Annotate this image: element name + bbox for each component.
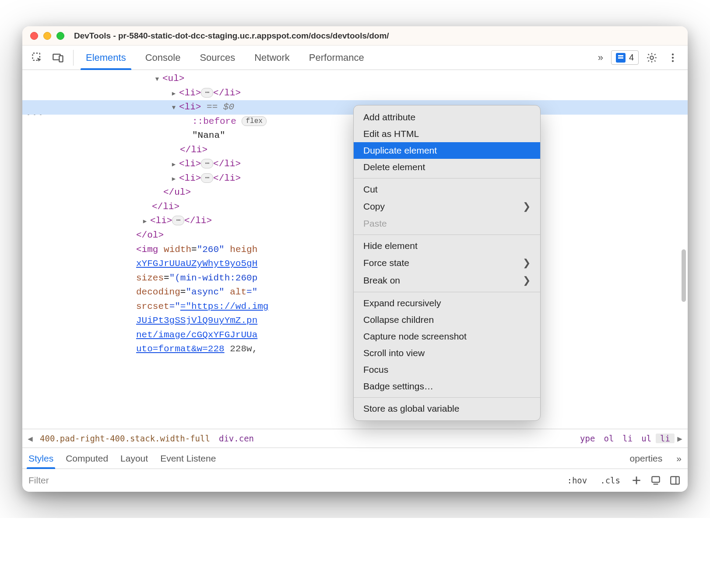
issues-badge[interactable]: 4 xyxy=(611,50,639,65)
issues-count: 4 xyxy=(629,52,634,63)
subtab-properties[interactable]: operties xyxy=(630,448,663,469)
breadcrumb-segment[interactable]: ul xyxy=(637,434,656,443)
settings-gear-icon[interactable] xyxy=(644,50,660,66)
ctx-copy[interactable]: Copy❯ xyxy=(354,198,540,215)
tab-elements[interactable]: Elements xyxy=(76,46,136,70)
devtools-window: DevTools - pr-5840-static-dot-dcc-stagin… xyxy=(22,26,688,492)
ctx-separator xyxy=(354,292,540,292)
svg-point-4 xyxy=(672,53,674,55)
ctx-hide-element[interactable]: Hide element xyxy=(354,238,540,254)
svg-point-3 xyxy=(650,56,654,60)
subtab-layout[interactable]: Layout xyxy=(120,448,148,469)
hov-toggle[interactable]: :hov xyxy=(563,474,590,487)
tab-network[interactable]: Network xyxy=(245,46,299,70)
styles-filter-bar: :hov .cls xyxy=(22,469,688,492)
dom-breadcrumb: ◀ 400.pad-right-400.stack.width-full div… xyxy=(22,429,688,448)
ellipsis-badge[interactable]: ⋯ xyxy=(172,216,184,225)
dom-node[interactable]: </li> xyxy=(180,145,207,155)
ctx-scroll-into-view[interactable]: Scroll into view xyxy=(354,345,540,361)
text-node[interactable]: "Nana" xyxy=(192,130,225,140)
tab-sources[interactable]: Sources xyxy=(190,46,245,70)
device-toolbar-icon[interactable] xyxy=(50,50,66,66)
dom-node[interactable]: </li> xyxy=(152,202,179,212)
new-style-rule-icon[interactable] xyxy=(630,474,643,487)
ctx-separator xyxy=(354,397,540,398)
ctx-store-global[interactable]: Store as global variable xyxy=(354,400,540,417)
window-title: DevTools - pr-5840-static-dot-dcc-stagin… xyxy=(74,31,389,41)
zoom-window-button[interactable] xyxy=(56,32,64,40)
chevron-right-icon: ❯ xyxy=(523,201,531,212)
chevron-right-icon: ❯ xyxy=(523,257,531,269)
cls-toggle[interactable]: .cls xyxy=(597,474,624,487)
ctx-duplicate-element[interactable]: Duplicate element xyxy=(354,142,540,159)
ctx-separator xyxy=(354,234,540,235)
breadcrumb-segment[interactable]: ype xyxy=(576,434,599,443)
flex-badge[interactable]: flex xyxy=(242,116,266,126)
svg-rect-2 xyxy=(59,56,63,62)
tab-performance[interactable]: Performance xyxy=(299,46,374,70)
titlebar: DevTools - pr-5840-static-dot-dcc-stagin… xyxy=(22,26,688,46)
chevron-right-icon: ❯ xyxy=(523,275,531,286)
toggle-sidebar-icon[interactable] xyxy=(668,474,682,487)
ctx-paste: Paste xyxy=(354,215,540,232)
pseudo-before[interactable]: ::before xyxy=(192,116,236,126)
breadcrumb-segment[interactable]: 400.pad-right-400.stack.width-full xyxy=(35,434,214,443)
context-menu: Add attribute Edit as HTML Duplicate ele… xyxy=(353,105,541,421)
issues-icon xyxy=(616,53,626,63)
computed-styles-icon[interactable] xyxy=(649,474,662,487)
breadcrumb-right-arrow-icon[interactable]: ▶ xyxy=(675,434,685,443)
dom-node[interactable]: </ul> xyxy=(163,187,191,197)
inspect-element-icon[interactable] xyxy=(29,50,45,66)
ellipsis-badge[interactable]: ⋯ xyxy=(201,159,213,168)
ctx-badge-settings[interactable]: Badge settings… xyxy=(354,378,540,395)
breadcrumb-segment[interactable]: ol xyxy=(599,434,618,443)
more-options-icon[interactable] xyxy=(665,50,681,66)
subtabs-overflow-icon[interactable]: » xyxy=(676,453,682,464)
ctx-add-attribute[interactable]: Add attribute xyxy=(354,109,540,126)
ctx-edit-as-html[interactable]: Edit as HTML xyxy=(354,126,540,142)
ctx-delete-element[interactable]: Delete element xyxy=(354,159,540,175)
styles-filter-input[interactable] xyxy=(28,475,557,486)
dom-node[interactable]: </ol> xyxy=(136,230,164,240)
traffic-lights xyxy=(30,32,64,40)
dom-node-selected[interactable]: <li> xyxy=(179,102,201,112)
ellipsis-badge[interactable]: ⋯ xyxy=(201,173,213,183)
main-toolbar: Elements Console Sources Network Perform… xyxy=(22,46,688,70)
ctx-collapse-children[interactable]: Collapse children xyxy=(354,312,540,328)
breadcrumb-segment[interactable]: div.cen xyxy=(214,434,258,443)
subtab-styles[interactable]: Styles xyxy=(28,448,53,469)
svg-rect-7 xyxy=(652,476,659,482)
subtab-event-listeners[interactable]: Event Listene xyxy=(160,448,216,469)
minimize-window-button[interactable] xyxy=(43,32,51,40)
styles-subtabs: Styles Computed Layout Event Listene ope… xyxy=(22,448,688,469)
svg-rect-8 xyxy=(671,476,679,484)
ctx-force-state[interactable]: Force state❯ xyxy=(354,254,540,272)
ctx-separator xyxy=(354,178,540,178)
breadcrumb-segment-current[interactable]: li xyxy=(656,434,675,443)
ctx-focus[interactable]: Focus xyxy=(354,361,540,378)
ctx-cut[interactable]: Cut xyxy=(354,181,540,198)
svg-point-6 xyxy=(672,60,674,62)
dom-node[interactable]: <ul> xyxy=(162,74,184,84)
breadcrumb-segment[interactable]: li xyxy=(618,434,637,443)
scrollbar-thumb[interactable] xyxy=(682,249,686,302)
ellipsis-badge[interactable]: ⋯ xyxy=(201,88,213,98)
ctx-expand-recursively[interactable]: Expand recursively xyxy=(354,295,540,312)
breadcrumb-left-arrow-icon[interactable]: ◀ xyxy=(25,434,35,443)
tabs-overflow-icon[interactable]: » xyxy=(595,52,606,63)
svg-point-5 xyxy=(672,56,674,58)
ctx-break-on[interactable]: Break on❯ xyxy=(354,272,540,289)
ctx-capture-screenshot[interactable]: Capture node screenshot xyxy=(354,328,540,345)
close-window-button[interactable] xyxy=(30,32,38,40)
panel-tabs: Elements Console Sources Network Perform… xyxy=(76,46,374,70)
tab-console[interactable]: Console xyxy=(136,46,190,70)
subtab-computed[interactable]: Computed xyxy=(66,448,108,469)
